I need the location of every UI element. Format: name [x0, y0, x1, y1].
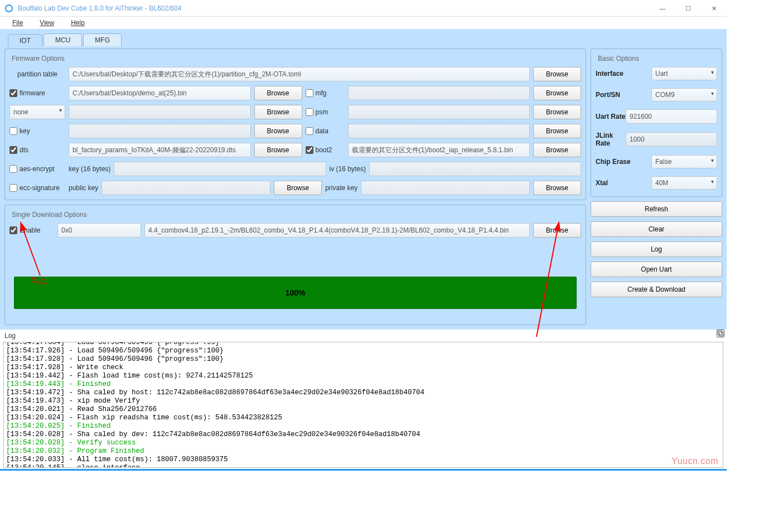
- binary-path-input[interactable]: [144, 223, 530, 238]
- privkey-input[interactable]: [361, 181, 530, 195]
- tab-mcu[interactable]: MCU: [43, 33, 82, 46]
- interface-select[interactable]: Uart: [651, 67, 717, 80]
- data-checkbox[interactable]: [306, 127, 313, 135]
- psm-checkbox[interactable]: [306, 108, 313, 116]
- key-input[interactable]: [69, 124, 251, 138]
- minimize-button[interactable]: —: [650, 0, 675, 17]
- mfg-checkbox[interactable]: [306, 89, 313, 97]
- refresh-button[interactable]: Refresh: [591, 201, 722, 217]
- jlink-rate-label: JLink Rate: [596, 132, 626, 147]
- offset-input[interactable]: [57, 223, 141, 238]
- mfg-input[interactable]: [348, 86, 530, 100]
- log-line: [13:54:20.145] - close interface: [6, 464, 721, 468]
- privkey-label: private key: [325, 184, 357, 192]
- pubkey-label: public key: [69, 184, 98, 192]
- firmware-checkbox[interactable]: [9, 89, 17, 97]
- key-checkbox[interactable]: [9, 127, 17, 135]
- clear-button[interactable]: Clear: [591, 221, 722, 237]
- log-line: [13:54:20.024] - Flash xip readsha time …: [6, 414, 721, 422]
- none-browse-button[interactable]: Browse: [254, 105, 302, 119]
- dts-checkbox[interactable]: [9, 146, 17, 154]
- tab-mfg[interactable]: MFG: [83, 33, 122, 46]
- privkey-browse-button[interactable]: Browse: [533, 181, 581, 195]
- maximize-button[interactable]: ☐: [675, 0, 701, 17]
- ecc-label: ecc-signature: [20, 184, 60, 192]
- pubkey-input[interactable]: [101, 181, 270, 195]
- pubkey-browse-button[interactable]: Browse: [274, 181, 322, 195]
- log-line: [13:54:20.021] - Read Sha256/2012766: [6, 405, 721, 414]
- boot2-checkbox[interactable]: [306, 146, 313, 154]
- jlink-rate-input[interactable]: [626, 132, 717, 147]
- aes-iv-input[interactable]: [369, 162, 581, 176]
- aes-checkbox[interactable]: [9, 165, 17, 173]
- none-select[interactable]: none: [9, 105, 65, 119]
- log-button[interactable]: Log: [591, 241, 722, 257]
- app-icon: [4, 4, 13, 13]
- firmware-input[interactable]: [69, 86, 251, 100]
- uart-rate-label: Uart Rate: [596, 113, 626, 120]
- detach-icon[interactable]: [717, 330, 724, 337]
- chip-erase-label: Chip Erase: [596, 158, 651, 166]
- single-download-panel: Single Download Options Enable Browse 勾上: [4, 205, 586, 325]
- log-line: [13:54:17.926] - Load 509496/509496 {"pr…: [6, 347, 721, 355]
- log-line: [13:54:19.443] - Finished: [6, 380, 721, 389]
- dts-input[interactable]: [69, 143, 251, 157]
- progress-bar: 100%: [14, 277, 577, 309]
- create-download-button[interactable]: Create & Download: [591, 282, 722, 297]
- log-line: [13:54:17.928] - Load 509496/509496 {"pr…: [6, 355, 721, 364]
- log-line: [13:54:20.025] - Finished: [6, 422, 721, 431]
- boot2-label: boot2: [316, 146, 332, 154]
- window-controls: — ☐ ✕: [650, 0, 727, 17]
- log-line: [13:54:20.033] - All time cost(ms): 1800…: [6, 456, 721, 464]
- menu-file[interactable]: File: [6, 18, 30, 28]
- close-button[interactable]: ✕: [701, 0, 727, 17]
- log-line: [13:54:20.028] - Sha caled by dev: 112c7…: [6, 431, 721, 439]
- psm-input[interactable]: [348, 105, 530, 119]
- single-browse-button[interactable]: Browse: [533, 223, 581, 238]
- menubar: File View Help: [0, 17, 727, 29]
- none-input[interactable]: [69, 105, 251, 119]
- iv16-label: iv (16 bytes): [330, 165, 366, 173]
- mfg-label: mfg: [316, 89, 327, 97]
- menu-help[interactable]: Help: [64, 18, 91, 28]
- port-label: Port/SN: [596, 91, 651, 99]
- partition-browse-button[interactable]: Browse: [533, 67, 581, 81]
- xtal-select[interactable]: 40M: [651, 176, 717, 190]
- window-title: Bouffalo Lab Dev Cube 1.8.0 for AiThinke…: [18, 4, 181, 12]
- data-input[interactable]: [348, 124, 530, 138]
- titlebar: Bouffalo Lab Dev Cube 1.8.0 for AiThinke…: [0, 0, 727, 17]
- basic-options-title: Basic Options: [596, 54, 717, 64]
- aes-label: aes-encrypt: [20, 165, 55, 173]
- psm-browse-button[interactable]: Browse: [533, 105, 581, 119]
- interface-label: Interface: [596, 70, 651, 78]
- log-line: [13:54:20.028] - Verify success: [6, 439, 721, 447]
- uart-rate-input[interactable]: [626, 109, 717, 124]
- key16-label: key (16 bytes): [69, 165, 110, 173]
- mfg-browse-button[interactable]: Browse: [533, 86, 581, 100]
- tab-iot[interactable]: IOT: [8, 34, 42, 47]
- chip-erase-select[interactable]: False: [651, 155, 717, 168]
- partition-table-input[interactable]: [69, 67, 530, 81]
- aes-key-input[interactable]: [114, 162, 326, 176]
- firmware-options-panel: Firmware Options partition table Browse …: [4, 49, 586, 200]
- ecc-checkbox[interactable]: [9, 184, 17, 192]
- boot2-input[interactable]: [348, 143, 530, 157]
- progress-wrap: 100%: [14, 277, 577, 309]
- port-select[interactable]: COM9: [651, 88, 717, 101]
- dts-browse-button[interactable]: Browse: [254, 143, 302, 157]
- single-download-title: Single Download Options: [9, 210, 581, 220]
- watermark: Yuucn.com: [671, 457, 718, 465]
- open-uart-button[interactable]: Open Uart: [591, 262, 722, 277]
- enable-checkbox[interactable]: [9, 226, 17, 234]
- menu-view[interactable]: View: [33, 18, 61, 28]
- firmware-label: firmware: [20, 89, 45, 97]
- enable-label: Enable: [20, 226, 40, 234]
- log-output[interactable]: [13:54:17.684] - Load 507984/509496 {"pr…: [3, 342, 723, 468]
- firmware-browse-button[interactable]: Browse: [254, 86, 302, 100]
- key-browse-button[interactable]: Browse: [254, 124, 302, 138]
- right-column: Basic Options InterfaceUart Port/SNCOM9 …: [591, 49, 722, 325]
- data-browse-button[interactable]: Browse: [533, 124, 581, 138]
- boot2-browse-button[interactable]: Browse: [533, 143, 581, 157]
- log-line: [13:54:19.442] - Flash load time cost(ms…: [6, 372, 721, 380]
- log-line: [13:54:17.928] - Write check: [6, 364, 721, 372]
